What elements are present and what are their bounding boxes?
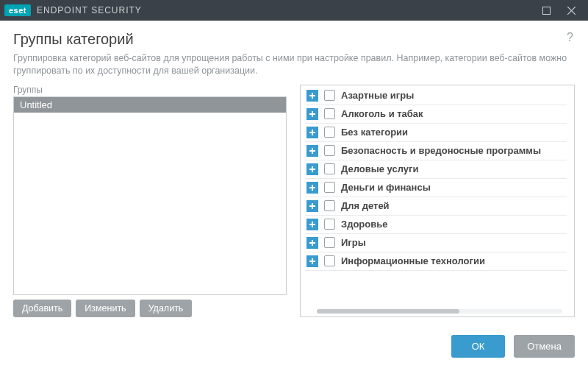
title-bar: eset ENDPOINT SECURITY	[0, 0, 588, 21]
groups-column: Группы Untitled Добавить Изменить Удалит…	[13, 85, 287, 317]
category-checkbox[interactable]	[324, 108, 335, 119]
window-maximize-button[interactable]	[534, 0, 559, 21]
category-row: Игры	[305, 234, 567, 252]
category-checkbox[interactable]	[324, 127, 335, 138]
category-label: Безопасность и вредоносные программы	[341, 145, 541, 156]
expand-icon[interactable]	[306, 219, 318, 230]
expand-icon[interactable]	[306, 200, 318, 212]
category-label: Азартные игры	[341, 90, 414, 101]
category-row: Без категории	[305, 124, 567, 142]
category-row: Азартные игры	[305, 90, 567, 105]
columns: Группы Untitled Добавить Изменить Удалит…	[13, 85, 575, 317]
expand-icon[interactable]	[306, 255, 318, 267]
page-title: Группы категорий	[13, 31, 575, 48]
category-checkbox[interactable]	[324, 237, 335, 248]
category-row: Информационные технологии	[305, 252, 567, 271]
category-checkbox[interactable]	[324, 182, 335, 193]
category-label: Алкоголь и табак	[341, 108, 423, 119]
groups-list-item[interactable]: Untitled	[14, 97, 286, 113]
category-row: Деньги и финансы	[305, 179, 567, 197]
window-close-button[interactable]	[559, 0, 584, 21]
groups-label: Группы	[13, 85, 287, 95]
groups-buttons: Добавить Изменить Удалить	[13, 300, 287, 317]
content-area: ? Группы категорий Группировка категорий…	[0, 21, 588, 328]
app-window: eset ENDPOINT SECURITY ? Группы категори…	[0, 0, 588, 368]
ok-button[interactable]: ОК	[451, 335, 506, 358]
page-description: Группировка категорий веб-сайтов для упр…	[13, 52, 575, 77]
category-row: Деловые услуги	[305, 160, 567, 179]
categories-panel: Азартные игрыАлкоголь и табакБез категор…	[300, 85, 575, 317]
expand-icon[interactable]	[306, 127, 318, 138]
expand-icon[interactable]	[306, 237, 318, 249]
brand: eset ENDPOINT SECURITY	[4, 4, 142, 16]
horizontal-scrollbar[interactable]	[317, 309, 562, 314]
brand-product: ENDPOINT SECURITY	[37, 5, 142, 15]
category-row: Безопасность и вредоносные программы	[305, 142, 567, 160]
category-label: Деньги и финансы	[341, 182, 431, 193]
dialog-footer: ОК Отмена	[0, 328, 588, 368]
category-checkbox[interactable]	[324, 90, 335, 101]
category-checkbox[interactable]	[324, 200, 335, 211]
category-label: Деловые услуги	[341, 163, 418, 174]
category-label: Информационные технологии	[341, 255, 485, 266]
add-button[interactable]: Добавить	[13, 300, 71, 317]
category-label: Игры	[341, 237, 366, 248]
category-checkbox[interactable]	[324, 255, 335, 266]
edit-button[interactable]: Изменить	[76, 300, 135, 317]
brand-logo: eset	[4, 4, 31, 16]
cancel-button[interactable]: Отмена	[514, 335, 575, 358]
categories-scroll[interactable]: Азартные игрыАлкоголь и табакБез категор…	[305, 90, 571, 312]
category-checkbox[interactable]	[324, 145, 335, 156]
category-label: Без категории	[341, 127, 408, 138]
groups-list[interactable]: Untitled	[13, 96, 287, 295]
svg-rect-0	[542, 7, 550, 14]
expand-icon[interactable]	[306, 108, 318, 120]
horizontal-scrollbar-thumb[interactable]	[317, 309, 459, 314]
category-label: Для детей	[341, 200, 390, 211]
category-row: Алкоголь и табак	[305, 105, 567, 124]
help-icon[interactable]: ?	[567, 31, 573, 44]
expand-icon[interactable]	[306, 145, 318, 157]
delete-button[interactable]: Удалить	[140, 300, 193, 317]
expand-icon[interactable]	[306, 90, 318, 102]
category-checkbox[interactable]	[324, 163, 335, 174]
category-row: Для детей	[305, 197, 567, 216]
category-checkbox[interactable]	[324, 219, 335, 230]
expand-icon[interactable]	[306, 182, 318, 194]
expand-icon[interactable]	[306, 163, 318, 175]
category-row: Здоровье	[305, 216, 567, 234]
category-label: Здоровье	[341, 219, 387, 230]
categories-column: Азартные игрыАлкоголь и табакБез категор…	[300, 85, 575, 317]
